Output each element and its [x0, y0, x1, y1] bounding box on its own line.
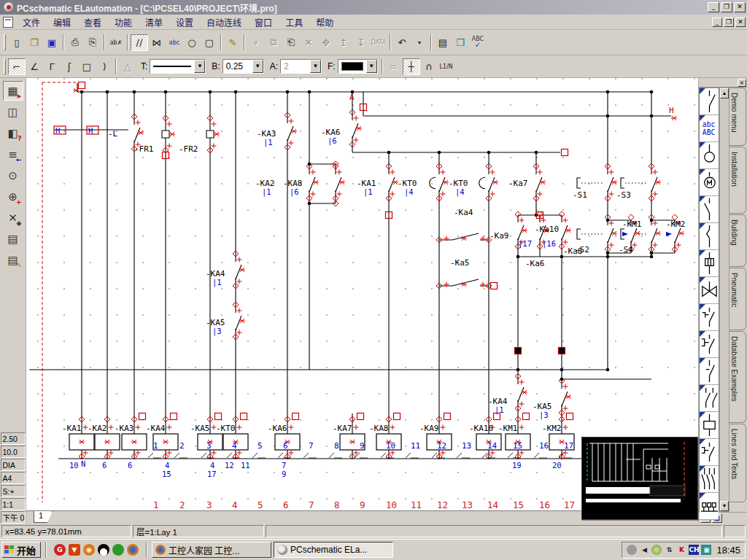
palette-symbol-break-contact[interactable]	[700, 223, 719, 250]
child-restore-button[interactable]: ❐	[724, 18, 734, 27]
close-button[interactable]: ✕	[734, 2, 746, 12]
snagit-icon[interactable]: ▣	[701, 545, 711, 555]
circles-mode-icon[interactable]: ○	[183, 34, 201, 51]
zoom-page-icon[interactable]: ⊙	[3, 166, 23, 185]
undo-icon[interactable]: ↶	[393, 34, 411, 51]
start-button[interactable]: 开始	[1, 542, 41, 558]
menu-item-4[interactable]: 清单	[139, 15, 169, 30]
line-width-dropdown[interactable]: ▼	[252, 60, 263, 73]
corner-icon[interactable]: Γ	[43, 58, 61, 75]
angled-lines-icon[interactable]: ∠	[26, 58, 43, 75]
scroll-down-icon[interactable]: ▼	[720, 501, 729, 511]
volume-icon[interactable]: ◀	[639, 545, 649, 555]
grid-pointer-icon[interactable]: ▦➤	[3, 81, 23, 101]
network-icon[interactable]: ⇅	[664, 545, 674, 555]
phase-label-icon[interactable]: L1/N	[438, 58, 455, 75]
symbols-mode-icon[interactable]: ⋈	[148, 34, 166, 51]
palette-symbol-lamp[interactable]	[700, 142, 719, 169]
page-tab-1[interactable]: 1	[34, 511, 53, 523]
palette-symbol-motor[interactable]	[700, 169, 719, 196]
palette-symbol-contact-no2[interactable]	[700, 358, 719, 385]
print-setup-icon[interactable]: ⎘	[84, 34, 101, 51]
palette-symbol-coil[interactable]	[700, 412, 719, 439]
palette-symbol-contact-pair[interactable]	[700, 385, 719, 412]
palette-symbol-contact-bracket[interactable]	[700, 331, 719, 358]
menu-item-5[interactable]: 设置	[169, 15, 200, 30]
input-method-icon[interactable]: CH	[689, 545, 699, 555]
palette-symbol-contact-dashed[interactable]	[700, 439, 719, 466]
task-button-1[interactable]: PCschematic ELa...	[274, 542, 393, 558]
palette-symbol-contact-no[interactable]	[700, 88, 719, 115]
thumbnail-window[interactable]: 缩略图	[581, 437, 698, 520]
palette-symbol-contact-delay[interactable]	[700, 304, 719, 331]
palette-tab-installation[interactable]: Installation	[729, 147, 746, 214]
menu-item-8[interactable]: 工具	[279, 15, 309, 30]
rectangle-icon[interactable]: □	[78, 58, 96, 75]
reference-book-icon[interactable]: ◧?	[3, 123, 23, 143]
fill-dropdown[interactable]: ▼	[366, 60, 377, 73]
area-mode-icon[interactable]: ▢	[201, 34, 218, 51]
agent-tray-icon[interactable]	[627, 545, 637, 555]
task-button-0[interactable]: 工控人家园 工控...	[152, 542, 271, 558]
paste-icon[interactable]: ⎗	[282, 34, 300, 51]
new-document-icon[interactable]: ▯	[8, 34, 26, 51]
ortho-lines-icon[interactable]: ⌐	[8, 58, 26, 75]
spell-check-icon[interactable]: ABC✓	[469, 34, 487, 51]
arc-icon[interactable]: )	[96, 58, 113, 75]
menu-item-2[interactable]: 查看	[77, 15, 108, 30]
child-minimize-button[interactable]: _	[712, 18, 722, 27]
replace-icon[interactable]: ab✗	[107, 34, 125, 51]
palette-symbol-connector[interactable]	[700, 250, 719, 277]
palette-symbol-text-abc[interactable]: abcABC	[700, 115, 719, 142]
restore-button[interactable]: ❐	[721, 2, 732, 12]
palette-symbol-contactor[interactable]	[700, 493, 719, 520]
menu-item-7[interactable]: 窗口	[248, 15, 279, 30]
flash-download-icon[interactable]: ▼	[69, 544, 80, 556]
minimize-button[interactable]: _	[708, 2, 719, 12]
menu-item-0[interactable]: 文件	[16, 15, 47, 30]
palette-scrollbar[interactable]: ▲ ▼	[719, 88, 729, 512]
palette-tab-building[interactable]: Building	[729, 214, 746, 267]
menu-item-3[interactable]: 功能	[108, 15, 139, 30]
palette-symbol-three-phase-contact[interactable]	[700, 466, 719, 493]
save-icon[interactable]: ▣	[43, 34, 61, 51]
undo-dropdown-icon[interactable]: ▾	[411, 34, 428, 51]
junction-icon[interactable]: ┼	[403, 58, 420, 75]
menu-list-icon[interactable]: ≡←	[3, 144, 23, 164]
flashget-icon[interactable]: G	[54, 544, 66, 556]
edit-pen-icon[interactable]: ✎	[224, 34, 241, 51]
document-list-icon[interactable]: ▤	[3, 229, 23, 249]
child-close-button[interactable]: ✕	[735, 18, 746, 27]
text-mode-icon[interactable]: abc	[166, 34, 183, 51]
kaspersky-icon[interactable]: K	[676, 545, 686, 555]
object-lister-icon[interactable]: ▤	[434, 34, 452, 51]
zoom-in-icon[interactable]: ⊕+	[3, 187, 23, 206]
palette-tab-demo-menu[interactable]: Demo menu	[729, 88, 746, 146]
hop-icon[interactable]: ∩	[420, 58, 438, 75]
curves-icon[interactable]: ʃ	[61, 58, 78, 75]
qq-icon[interactable]	[98, 544, 109, 556]
edit-document-icon[interactable]: ▤✎	[3, 250, 23, 270]
menu-item-6[interactable]: 自动连线	[200, 15, 248, 30]
toolbar-grip[interactable]	[4, 34, 6, 50]
page-browse-icon[interactable]: ◫	[3, 102, 23, 122]
menu-item-1[interactable]: 编辑	[47, 15, 77, 30]
palette-symbol-valve[interactable]	[700, 277, 719, 304]
updater-icon[interactable]	[651, 545, 662, 555]
open-folder-icon[interactable]: ❐	[26, 34, 43, 51]
green-bird-icon[interactable]	[112, 544, 124, 556]
scroll-up-icon[interactable]: ▲	[720, 88, 729, 98]
schematic-canvas[interactable]: -KA1-KA2-KA3-KA4-KA5-KT0-KA6-KA7-KA8-KA9…	[26, 78, 698, 510]
document-icon[interactable]	[3, 17, 13, 28]
line-width-value[interactable]: 0.25	[223, 61, 252, 71]
palette-close-icon[interactable]: ✕	[738, 79, 746, 87]
firefox-icon[interactable]	[127, 544, 139, 556]
palette-tab-database-examples[interactable]: Database Examples	[729, 331, 746, 423]
palette-tab-pneumatic[interactable]: Pneumatic	[729, 268, 746, 330]
palette-tab-lines-and-texts[interactable]: Lines and Texts	[729, 424, 746, 502]
toolbar-grip[interactable]	[4, 58, 6, 74]
fit-view-icon[interactable]: ✕◆	[3, 208, 23, 228]
palette-symbol-switch[interactable]	[700, 196, 719, 223]
lines-mode-icon[interactable]: ∕∕	[131, 34, 148, 51]
database-icon[interactable]: ❒	[452, 34, 469, 51]
